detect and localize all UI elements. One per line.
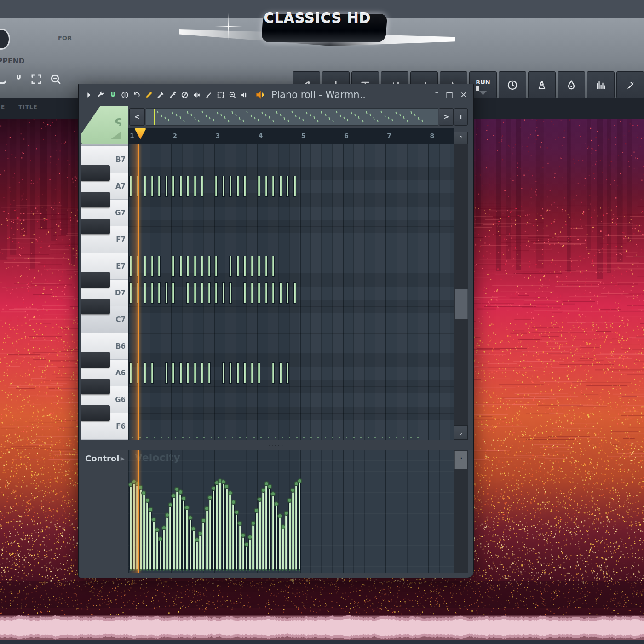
velocity-cap[interactable] [141, 490, 146, 495]
velocity-cap[interactable] [297, 478, 302, 483]
zoom-icon[interactable] [229, 91, 236, 99]
velocity-cap[interactable] [287, 498, 292, 503]
velocity-cap[interactable] [284, 511, 289, 516]
note[interactable] [294, 283, 296, 303]
magnet-icon[interactable] [15, 74, 23, 85]
piano-key-black[interactable] [81, 405, 110, 421]
velocity-cap[interactable] [184, 505, 190, 510]
note[interactable] [172, 283, 174, 303]
note[interactable] [251, 363, 253, 383]
magnifier-icon[interactable] [50, 74, 61, 85]
velocity-cap[interactable] [181, 496, 186, 501]
timeline-preview-strip[interactable] [146, 108, 438, 126]
velocity-stem[interactable] [219, 481, 221, 570]
velocity-cap[interactable] [191, 526, 196, 531]
toolbar-button-droplet[interactable] [558, 71, 585, 98]
velocity-stem[interactable] [285, 513, 287, 570]
velocity-stem[interactable] [202, 520, 204, 570]
scroll-end-button[interactable]: I [454, 108, 468, 126]
scroll-right-button[interactable]: > [439, 108, 454, 126]
velocity-stem[interactable] [259, 499, 261, 570]
note[interactable] [230, 176, 231, 196]
velocity-stem[interactable] [160, 539, 161, 570]
velocity-stem[interactable] [292, 490, 294, 570]
note[interactable] [172, 363, 174, 383]
minimize-button[interactable]: – [435, 89, 438, 96]
lane-splitter[interactable]: ····· [79, 440, 473, 450]
velocity-stem[interactable] [199, 533, 201, 570]
menu-arrow-icon[interactable] [85, 91, 93, 99]
velocity-cap[interactable] [158, 536, 163, 541]
velocity-cap[interactable] [277, 513, 282, 518]
slide-panel[interactable]: ς [81, 106, 128, 144]
note[interactable] [144, 363, 146, 383]
note[interactable] [265, 256, 267, 276]
note[interactable] [151, 176, 153, 196]
note[interactable] [201, 176, 203, 196]
velocity-cap[interactable] [195, 537, 200, 542]
note[interactable] [144, 256, 146, 276]
note[interactable] [215, 283, 217, 303]
note[interactable] [280, 176, 282, 196]
velocity-cap[interactable] [231, 500, 236, 505]
velocity-cap[interactable] [261, 488, 266, 493]
magnet-green-icon[interactable] [109, 91, 117, 99]
scroll-down-button[interactable]: ⌄ [454, 425, 468, 440]
note[interactable] [151, 363, 153, 383]
lane-scrollbar[interactable] [454, 450, 468, 573]
note[interactable] [194, 283, 196, 303]
note[interactable] [208, 256, 210, 276]
note[interactable] [187, 256, 189, 276]
vertical-scrollbar[interactable]: ⌃ ⌄ [454, 144, 468, 440]
note[interactable] [265, 176, 267, 196]
velocity-stem[interactable] [169, 505, 171, 570]
select-brackets-icon[interactable] [31, 74, 42, 85]
velocity-stem[interactable] [146, 500, 148, 570]
velocity-cap[interactable] [161, 525, 167, 530]
marquee-icon[interactable] [217, 91, 224, 99]
velocity-stem[interactable] [282, 527, 284, 570]
note[interactable] [230, 256, 231, 276]
note[interactable] [208, 283, 210, 303]
velocity-cap[interactable] [234, 510, 239, 515]
velocity-cap[interactable] [207, 495, 213, 500]
note[interactable] [272, 256, 274, 276]
arc-tool-icon[interactable] [0, 74, 6, 85]
note[interactable] [244, 283, 246, 303]
playback-icon[interactable] [241, 91, 248, 99]
note[interactable] [258, 176, 260, 196]
scroll-left-button[interactable]: < [129, 108, 145, 126]
undo-icon[interactable] [133, 91, 141, 99]
note[interactable] [180, 256, 182, 276]
velocity-cap[interactable] [251, 521, 256, 526]
velocity-stem[interactable] [279, 516, 281, 570]
velocity-cap[interactable] [267, 484, 272, 489]
paint-add-icon[interactable] [169, 91, 177, 99]
note[interactable] [144, 176, 146, 196]
velocity-stem[interactable] [229, 493, 231, 570]
note[interactable] [287, 176, 288, 196]
note[interactable] [158, 256, 160, 276]
velocity-stem[interactable] [153, 519, 155, 570]
velocity-stem[interactable] [140, 487, 142, 570]
velocity-stem[interactable] [213, 488, 214, 570]
note[interactable] [287, 363, 288, 383]
velocity-stem[interactable] [289, 500, 291, 570]
note[interactable] [230, 283, 231, 303]
note[interactable] [265, 283, 267, 303]
velocity-stem[interactable] [166, 515, 168, 570]
velocity-cap[interactable] [224, 484, 229, 489]
piano-key-black[interactable] [81, 218, 110, 234]
velocity-cap[interactable] [171, 493, 176, 498]
velocity-stem[interactable] [265, 483, 267, 570]
note[interactable] [294, 176, 296, 196]
velocity-stem[interactable] [173, 495, 175, 570]
note[interactable] [258, 363, 260, 383]
velocity-stem[interactable] [190, 518, 191, 570]
control-label[interactable]: Control [85, 454, 119, 463]
note[interactable] [237, 176, 239, 196]
wrench-icon[interactable] [97, 91, 105, 99]
velocity-stem[interactable] [206, 508, 208, 570]
velocity-stem[interactable] [179, 492, 181, 570]
note[interactable] [215, 176, 217, 196]
